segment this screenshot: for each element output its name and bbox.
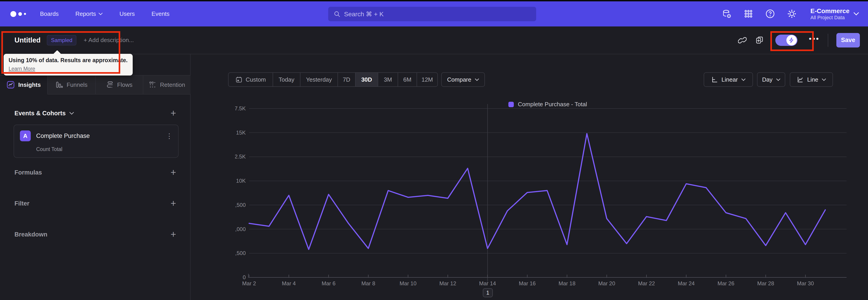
nav-item-label: Users	[119, 10, 135, 18]
linear-scale-icon	[711, 76, 718, 83]
save-button[interactable]: Save	[836, 33, 860, 48]
x-axis-label: Mar 24	[678, 280, 694, 287]
range-30d[interactable]: 30D	[355, 73, 378, 86]
chevron-down-icon	[822, 79, 826, 81]
y-axis-label: 15K	[236, 129, 246, 136]
top-nav: BoardsReportsUsersEvents Search ⌘ + K	[0, 1, 868, 26]
y-axis-label: 5,000	[235, 226, 246, 232]
lightning-bolt-icon	[786, 35, 797, 46]
scale-dropdown[interactable]: Linear	[704, 72, 753, 87]
add-formulas-button[interactable]: +	[170, 169, 176, 176]
events-cohorts-header: Events & Cohorts +	[14, 108, 176, 119]
y-axis-label: 0	[243, 274, 246, 280]
search-icon	[334, 11, 340, 18]
add-description-button[interactable]: + Add description...	[84, 37, 134, 43]
interval-label: Day	[762, 76, 772, 83]
tab-retention[interactable]: Retention	[143, 76, 191, 94]
compare-button[interactable]: Compare	[441, 72, 485, 87]
sampled-badge[interactable]: Sampled	[47, 35, 76, 46]
report-actions: ••• Save	[738, 33, 860, 48]
report-header: Untitled Sampled + Add description...	[0, 26, 868, 54]
x-axis-label: Mar 16	[519, 280, 536, 287]
range-today[interactable]: Today	[273, 73, 301, 86]
search-placeholder: Search ⌘ + K	[344, 10, 383, 18]
range-custom[interactable]: Custom	[228, 73, 273, 86]
x-axis-label: Mar 12	[439, 280, 456, 287]
section-label: Breakdown	[14, 231, 48, 238]
date-range-picker: CustomTodayYesterday7D30D3M6M12M	[228, 72, 438, 87]
section-formulas: Formulas+	[14, 166, 176, 179]
range-12m[interactable]: 12M	[417, 73, 437, 86]
x-axis-label: Mar 18	[559, 280, 576, 287]
add-filter-button[interactable]: +	[170, 200, 176, 207]
copy-link-icon[interactable]	[738, 36, 747, 45]
event-letter-badge: A	[20, 130, 31, 141]
chevron-down-icon	[69, 112, 74, 115]
query-sidebar: InsightsFunnelsFlowsRetention Events & C…	[0, 54, 191, 300]
range-6m[interactable]: 6M	[398, 73, 417, 86]
funnels-icon	[55, 81, 63, 89]
settings-gear-icon[interactable]	[787, 9, 797, 19]
help-icon[interactable]	[765, 9, 775, 19]
series-line[interactable]	[249, 133, 825, 249]
events-cohorts-title[interactable]: Events & Cohorts	[14, 110, 74, 117]
range-7d[interactable]: 7D	[338, 73, 355, 86]
sampling-tooltip: Using 10% of data. Results are approxima…	[4, 54, 133, 76]
project-name: E-Commerce	[810, 7, 849, 15]
learn-more-link[interactable]: Learn More	[8, 66, 35, 72]
event-metric[interactable]: Count Total	[36, 146, 173, 152]
pagination-page-1[interactable]: 1	[483, 288, 493, 297]
nav-item-label: Reports	[75, 10, 96, 18]
x-axis-label: Mar 28	[757, 280, 774, 287]
tab-label: Funnels	[67, 81, 88, 88]
nav-item-label: Events	[151, 10, 169, 18]
more-options-button[interactable]: •••	[809, 36, 819, 44]
report-title[interactable]: Untitled	[14, 36, 40, 44]
range-label: 3M	[384, 76, 392, 83]
add-to-board-icon[interactable]	[755, 36, 764, 45]
nav-item-events[interactable]: Events	[151, 10, 169, 18]
scale-label: Linear	[721, 76, 738, 83]
nav-item-reports[interactable]: Reports	[75, 10, 103, 18]
add-breakdown-button[interactable]: +	[170, 231, 176, 238]
line-chart[interactable]: 02,5005,0007,50010K12.5K15K17.5KMar 2Mar…	[235, 99, 859, 300]
events-cohorts-label: Events & Cohorts	[14, 110, 66, 117]
x-axis-label: Mar 14	[479, 280, 496, 287]
y-axis-label: 2,500	[235, 250, 246, 256]
chart-type-dropdown[interactable]: Line	[790, 72, 833, 87]
project-switcher[interactable]: E-Commerce All Project Data	[810, 7, 859, 20]
range-label: 6M	[403, 76, 411, 83]
tab-funnels[interactable]: Funnels	[48, 76, 95, 94]
header-divider	[828, 34, 828, 47]
project-scope: All Project Data	[810, 15, 849, 20]
nav-menu: BoardsReportsUsersEvents	[40, 10, 169, 18]
range-3m[interactable]: 3M	[378, 73, 398, 86]
add-event-button[interactable]: +	[170, 110, 176, 117]
event-card[interactable]: A Complete Purchase ⋮ Count Total	[13, 125, 179, 158]
event-name[interactable]: Complete Purchase	[36, 132, 90, 140]
tab-insights[interactable]: Insights	[0, 76, 48, 94]
nav-item-label: Boards	[40, 10, 59, 18]
chevron-down-icon	[776, 79, 780, 81]
interval-dropdown[interactable]: Day	[757, 72, 785, 87]
content-area: InsightsFunnelsFlowsRetention Events & C…	[0, 54, 868, 300]
tab-label: Insights	[18, 81, 41, 88]
apps-grid-icon[interactable]	[743, 9, 753, 19]
search-input[interactable]: Search ⌘ + K	[328, 7, 536, 21]
line-chart-icon	[797, 76, 804, 83]
y-axis-label: 7,500	[235, 202, 246, 208]
calendar-icon	[235, 76, 243, 83]
mixpanel-logo	[10, 11, 26, 17]
data-management-icon[interactable]	[722, 9, 732, 19]
event-kebab-menu[interactable]: ⋮	[166, 132, 173, 140]
tab-flows[interactable]: Flows	[96, 76, 143, 94]
x-axis-label: Mar 30	[797, 280, 814, 287]
nav-item-boards[interactable]: Boards	[40, 10, 59, 18]
chart-type-label: Line	[807, 76, 818, 83]
section-label: Filter	[14, 200, 29, 207]
sampling-lightning-toggle[interactable]	[775, 35, 798, 46]
nav-item-users[interactable]: Users	[119, 10, 135, 18]
range-label: Custom	[246, 76, 266, 83]
tab-label: Flows	[117, 81, 132, 88]
range-yesterday[interactable]: Yesterday	[301, 73, 338, 86]
